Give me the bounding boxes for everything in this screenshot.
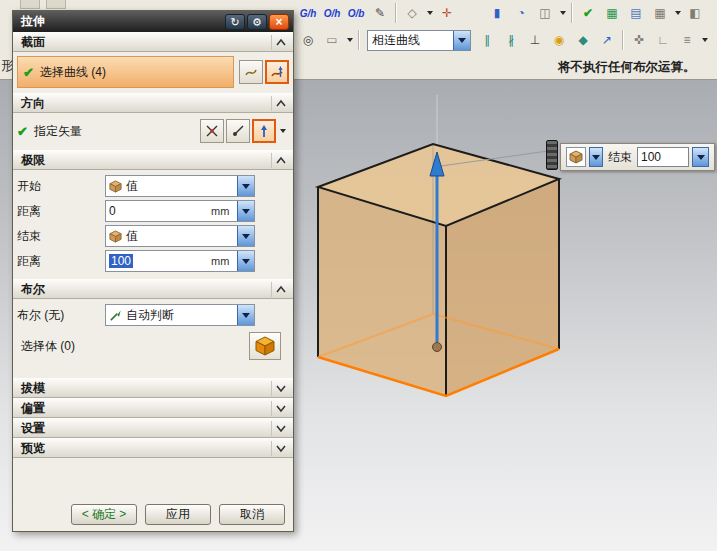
start-distance-spinner[interactable] bbox=[237, 201, 254, 221]
section-header-draft[interactable]: 拔模 bbox=[13, 378, 293, 398]
end-distance-field[interactable]: 100 mm bbox=[105, 250, 255, 272]
chevron-up-icon[interactable] bbox=[271, 282, 289, 297]
wcs-button[interactable]: ≡ bbox=[676, 29, 698, 51]
leader-line bbox=[441, 151, 548, 166]
limit-type-button[interactable] bbox=[566, 147, 586, 167]
vector-button[interactable]: ↗ bbox=[596, 29, 618, 51]
section-header-settings[interactable]: 设置 bbox=[13, 418, 293, 438]
chevron-down-icon[interactable] bbox=[237, 176, 254, 196]
tolerance-ob-button[interactable]: O/b bbox=[345, 2, 367, 24]
floating-end-spinner[interactable] bbox=[692, 147, 709, 167]
select-body-label: 选择体 (0) bbox=[21, 338, 249, 355]
floating-end-distance-input[interactable]: 100 bbox=[637, 147, 689, 167]
inferred-icon bbox=[106, 309, 124, 322]
chevron-down-icon[interactable] bbox=[672, 2, 683, 24]
vector-dialog-button[interactable] bbox=[226, 119, 250, 143]
collapsed-sections: 拔模 偏置 设置 预览 bbox=[13, 378, 293, 458]
move-object-button[interactable]: ✜ bbox=[628, 29, 650, 51]
chevron-down-icon[interactable] bbox=[277, 119, 289, 143]
limits-form: 开始 值 距离 0 mm 结束 bbox=[13, 170, 293, 279]
toolbar-row-1: G/h O/h O/b ✎ ◇ ✛ ▮ ◔ ◫ ✔ ▦ ▤ ▦ ◧ bbox=[296, 0, 707, 26]
snap-quadrant-button[interactable]: ◆ bbox=[572, 29, 594, 51]
chevron-down-icon[interactable] bbox=[271, 381, 289, 396]
inferred-vector-button[interactable] bbox=[200, 119, 224, 143]
close-button[interactable]: × bbox=[269, 14, 289, 30]
vector-arrow-button[interactable] bbox=[252, 119, 276, 143]
limit-floating-bar: 结束 100 bbox=[560, 143, 715, 171]
chevron-up-icon[interactable] bbox=[271, 96, 289, 111]
part-navigator-button[interactable]: ▤ bbox=[625, 2, 647, 24]
snap-midpoint-button[interactable]: ∦ bbox=[500, 29, 522, 51]
chevron-down-icon[interactable] bbox=[271, 421, 289, 436]
inferred-vector-icon bbox=[205, 124, 219, 138]
grid-button[interactable]: ▦ bbox=[649, 2, 671, 24]
section-view-button[interactable]: ◧ bbox=[684, 2, 706, 24]
end-distance-value[interactable]: 100 bbox=[106, 254, 211, 268]
cancel-button[interactable]: 取消 bbox=[219, 504, 285, 525]
boolean-value: 自动判断 bbox=[124, 307, 237, 324]
profile-front-edges bbox=[318, 349, 559, 396]
chevron-up-icon[interactable] bbox=[271, 35, 289, 50]
chevron-down-icon[interactable] bbox=[344, 29, 355, 51]
snap-point-button[interactable]: ◎ bbox=[297, 29, 319, 51]
chevron-down-icon[interactable] bbox=[237, 305, 254, 325]
plane-button[interactable]: ∟ bbox=[652, 29, 674, 51]
point-button[interactable]: ✛ bbox=[436, 2, 458, 24]
chevron-down-icon[interactable] bbox=[271, 441, 289, 456]
rect-select-button[interactable]: ▭ bbox=[321, 29, 343, 51]
apply-button[interactable]: 应用 bbox=[145, 504, 211, 525]
dialog-title: 拉伸 bbox=[21, 13, 223, 30]
section-header-section[interactable]: 截面 bbox=[13, 32, 293, 52]
floating-bar-grip[interactable] bbox=[546, 140, 558, 170]
toolbar-row-2: ◎ ▭ 相连曲线 ∥ ∦ ⊥ ◉ ◆ ↗ ✜ ∟ ≡ ◨ bbox=[296, 27, 717, 53]
select-body-button[interactable] bbox=[249, 332, 281, 360]
section-curve-button[interactable] bbox=[265, 60, 289, 84]
snap-intersection-button[interactable]: ⊥ bbox=[524, 29, 546, 51]
end-limit-combobox[interactable]: 值 bbox=[105, 225, 255, 247]
reset-button[interactable]: ↻ bbox=[225, 14, 245, 30]
chevron-down-icon[interactable] bbox=[453, 31, 470, 50]
check-feature-button[interactable]: ✔ bbox=[577, 2, 599, 24]
chevron-down-icon[interactable] bbox=[589, 147, 603, 167]
floating-end-label: 结束 bbox=[608, 149, 632, 166]
status-message: 将不执行任何布尔运算。 bbox=[558, 59, 696, 76]
snap-center-button[interactable]: ◉ bbox=[548, 29, 570, 51]
cube-right-face bbox=[446, 179, 559, 396]
extrude-dialog: 拉伸 ↻ ⚙ × 截面 ✔ 选择曲线 (4) bbox=[12, 10, 294, 532]
snap-endpoint-button[interactable]: ∥ bbox=[476, 29, 498, 51]
section-header-preview[interactable]: 预览 bbox=[13, 438, 293, 458]
dialog-options-button[interactable]: ⚙ bbox=[247, 14, 267, 30]
curve-chain-button[interactable] bbox=[239, 60, 263, 84]
chevron-up-icon[interactable] bbox=[271, 153, 289, 168]
tolerance-gh-button[interactable]: G/h bbox=[297, 2, 319, 24]
select-curve-row: ✔ 选择曲线 (4) bbox=[17, 56, 289, 88]
start-distance-field[interactable]: 0 mm bbox=[105, 200, 255, 222]
datum-plane-button[interactable]: ◇ bbox=[401, 2, 423, 24]
chevron-down-icon[interactable] bbox=[237, 226, 254, 246]
hole-button[interactable]: ◫ bbox=[534, 2, 556, 24]
revolve-button[interactable]: ◔ bbox=[510, 2, 532, 24]
end-distance-spinner[interactable] bbox=[237, 251, 254, 271]
section-header-boolean[interactable]: 布尔 bbox=[13, 279, 293, 299]
partial-toolbar-icon bbox=[46, 0, 66, 9]
chevron-down-icon[interactable] bbox=[557, 2, 568, 24]
sketch-button[interactable]: ✎ bbox=[369, 2, 391, 24]
dialog-titlebar[interactable]: 拉伸 ↻ ⚙ × bbox=[13, 11, 293, 32]
start-distance-value[interactable]: 0 bbox=[106, 204, 211, 218]
chevron-down-icon[interactable] bbox=[271, 401, 289, 416]
expressions-button[interactable]: ▦ bbox=[601, 2, 623, 24]
select-curve-field[interactable]: ✔ 选择曲线 (4) bbox=[17, 56, 234, 88]
point-vector-icon bbox=[231, 124, 245, 138]
extrude-button[interactable]: ▮ bbox=[486, 2, 508, 24]
start-limit-combobox[interactable]: 值 bbox=[105, 175, 255, 197]
ok-button[interactable]: < 确定 > bbox=[71, 504, 137, 525]
section-header-offset[interactable]: 偏置 bbox=[13, 398, 293, 418]
section-header-limits[interactable]: 极限 bbox=[13, 150, 293, 170]
clip-section-button[interactable]: ◨ bbox=[711, 29, 717, 51]
tolerance-oh-button[interactable]: O/h bbox=[321, 2, 343, 24]
curve-rule-combobox[interactable]: 相连曲线 bbox=[367, 30, 471, 51]
chevron-down-icon[interactable] bbox=[424, 2, 435, 24]
boolean-combobox[interactable]: 自动判断 bbox=[105, 304, 255, 326]
section-header-direction[interactable]: 方向 bbox=[13, 93, 293, 113]
chevron-down-icon[interactable] bbox=[699, 29, 710, 51]
